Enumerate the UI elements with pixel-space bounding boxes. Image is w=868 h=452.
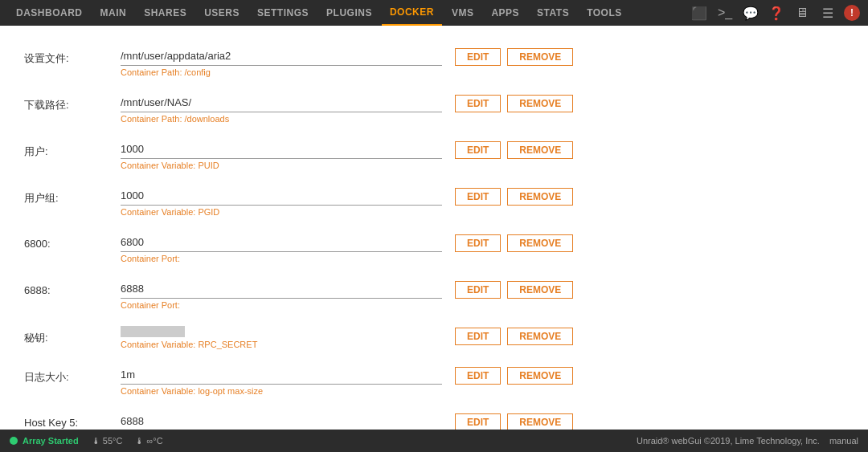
form-input-8[interactable] <box>121 412 442 430</box>
form-field-area-4: Container Port: <box>121 233 442 263</box>
form-label-1: 下载路径: <box>24 93 121 112</box>
nav-terminal-icon[interactable]: >_ <box>715 3 735 22</box>
form-field-area-6: Container Variable: RPC_SECRET <box>121 326 442 349</box>
form-actions-6: EDIT REMOVE <box>455 326 573 345</box>
temp1: 🌡 55°C <box>92 436 123 446</box>
nav-shares[interactable]: SHARES <box>136 0 194 26</box>
brand-text: Unraid® webGui ©2019, Lime Technology, I… <box>637 436 820 446</box>
form-input-1[interactable] <box>121 93 442 112</box>
masked-input <box>121 326 185 337</box>
form-label-7: 日志大小: <box>24 365 121 385</box>
form-label-2: 用户: <box>24 140 121 159</box>
form-row: 设置文件: Container Path: /config EDIT REMOV… <box>24 42 844 82</box>
form-actions-5: EDIT REMOVE <box>455 279 573 299</box>
form-actions-3: EDIT REMOVE <box>455 186 573 206</box>
form-hint-2: Container Variable: PUID <box>121 161 442 170</box>
status-right: Unraid® webGui ©2019, Lime Technology, I… <box>637 436 858 446</box>
nav-help-icon[interactable]: ❓ <box>767 3 786 22</box>
edit-button-7[interactable]: EDIT <box>455 367 501 385</box>
form-row: Host Key 5: Container Variable: LISTEN_P… <box>24 407 844 430</box>
form-hint-3: Container Variable: PGID <box>121 207 442 217</box>
form-label-3: 用户组: <box>24 186 121 206</box>
form-hint-1: Container Path: /downloads <box>121 114 442 124</box>
form-row: 日志大小: Container Variable: log-opt max-si… <box>24 360 844 401</box>
nav-tools[interactable]: TOOLS <box>579 0 630 26</box>
form-hint-6: Container Variable: RPC_SECRET <box>121 340 442 349</box>
form-input-7[interactable] <box>121 365 442 385</box>
form-field-area-3: Container Variable: PGID <box>121 186 442 217</box>
status-bar: Array Started 🌡 55°C 🌡 ∞°C Unraid® webGu… <box>0 430 868 452</box>
edit-button-1[interactable]: EDIT <box>455 95 501 112</box>
nav-plugins[interactable]: PLUGINS <box>318 0 380 26</box>
form-field-area-0: Container Path: /config <box>121 47 442 77</box>
form-row: 用户组: Container Variable: PGID EDIT REMOV… <box>24 181 844 222</box>
edit-button-3[interactable]: EDIT <box>455 188 501 206</box>
form-input-3[interactable] <box>121 186 442 206</box>
edit-button-8[interactable]: EDIT <box>455 413 501 430</box>
form-input-5[interactable] <box>121 279 442 299</box>
form-hint-7: Container Variable: log-opt max-size <box>121 386 442 396</box>
nav-docker[interactable]: DOCKER <box>382 0 442 26</box>
array-status-icon <box>10 437 18 445</box>
form-row: 秘钥: Container Variable: RPC_SECRET EDIT … <box>24 321 844 354</box>
remove-button-2[interactable]: REMOVE <box>507 141 573 159</box>
array-status: Array Started <box>10 436 79 446</box>
form-input-2[interactable] <box>121 140 442 159</box>
top-navigation: DASHBOARD MAIN SHARES USERS SETTINGS PLU… <box>0 0 868 26</box>
nav-settings[interactable]: SETTINGS <box>249 0 317 26</box>
form-actions-4: EDIT REMOVE <box>455 233 573 252</box>
form-row: 6888: Container Port: EDIT REMOVE <box>24 275 844 315</box>
remove-button-8[interactable]: REMOVE <box>507 413 573 430</box>
edit-button-5[interactable]: EDIT <box>455 281 501 299</box>
manual-link[interactable]: manual <box>829 436 858 446</box>
nav-chat-icon[interactable]: 💬 <box>741 3 760 22</box>
remove-button-4[interactable]: REMOVE <box>507 234 573 252</box>
form-row: 下载路径: Container Path: /downloads EDIT RE… <box>24 88 844 128</box>
edit-button-2[interactable]: EDIT <box>455 141 501 159</box>
nav-dashboard[interactable]: DASHBOARD <box>8 0 91 26</box>
remove-button-6[interactable]: REMOVE <box>507 328 573 345</box>
form-input-4[interactable] <box>121 233 442 252</box>
form-hint-4: Container Port: <box>121 254 442 263</box>
form-row: 用户: Container Variable: PUID EDIT REMOVE <box>24 135 844 175</box>
edit-button-4[interactable]: EDIT <box>455 234 501 252</box>
form-rows: 设置文件: Container Path: /config EDIT REMOV… <box>24 42 844 430</box>
remove-button-3[interactable]: REMOVE <box>507 188 573 206</box>
form-input-0[interactable] <box>121 47 442 66</box>
form-field-area-5: Container Port: <box>121 279 442 310</box>
form-label-8: Host Key 5: <box>24 412 121 429</box>
remove-button-7[interactable]: REMOVE <box>507 367 573 385</box>
remove-button-5[interactable]: REMOVE <box>507 281 573 299</box>
form-field-area-1: Container Path: /downloads <box>121 93 442 124</box>
form-hint-5: Container Port: <box>121 300 442 310</box>
nav-vms[interactable]: VMS <box>444 0 482 26</box>
form-field-area-8: Container Variable: LISTEN_PORT <box>121 412 442 430</box>
edit-button-0[interactable]: EDIT <box>455 48 501 66</box>
remove-button-0[interactable]: REMOVE <box>507 48 573 66</box>
nav-display-icon[interactable]: 🖥 <box>792 3 812 22</box>
nav-users[interactable]: USERS <box>196 0 248 26</box>
form-actions-2: EDIT REMOVE <box>455 140 573 159</box>
edit-button-6[interactable]: EDIT <box>455 328 501 345</box>
nav-main[interactable]: MAIN <box>92 0 135 26</box>
array-status-label: Array Started <box>23 436 79 446</box>
form-row: 6800: Container Port: EDIT REMOVE <box>24 228 844 268</box>
nav-icon-group: ⬛ >_ 💬 ❓ 🖥 ☰ ! <box>690 3 860 22</box>
form-actions-0: EDIT REMOVE <box>455 47 573 66</box>
nav-menu-icon[interactable]: ☰ <box>818 3 837 22</box>
form-field-area-7: Container Variable: log-opt max-size <box>121 365 442 396</box>
nav-stats[interactable]: STATS <box>529 0 577 26</box>
nav-new-tab-icon[interactable]: ⬛ <box>690 3 709 22</box>
temp2: 🌡 ∞°C <box>135 436 162 446</box>
nav-apps[interactable]: APPS <box>483 0 527 26</box>
form-hint-0: Container Path: /config <box>121 67 442 77</box>
form-actions-7: EDIT REMOVE <box>455 365 573 385</box>
form-area: 设置文件: Container Path: /config EDIT REMOV… <box>0 26 868 430</box>
remove-button-1[interactable]: REMOVE <box>507 95 573 112</box>
form-label-6: 秘钥: <box>24 326 121 345</box>
form-label-4: 6800: <box>24 233 121 250</box>
main-content: 设置文件: Container Path: /config EDIT REMOV… <box>0 26 868 430</box>
form-actions-8: EDIT REMOVE <box>455 412 573 430</box>
form-label-5: 6888: <box>24 279 121 296</box>
nav-alert-icon[interactable]: ! <box>844 5 860 21</box>
